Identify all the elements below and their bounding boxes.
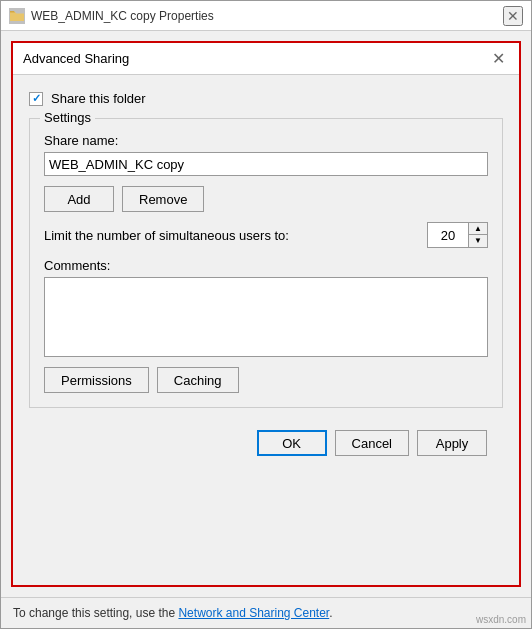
permissions-caching-row: Permissions Caching — [44, 367, 488, 393]
limit-label: Limit the number of simultaneous users t… — [44, 228, 419, 243]
network-sharing-center-link[interactable]: Network and Sharing Center — [178, 606, 329, 620]
dialog-footer: OK Cancel Apply — [29, 420, 503, 466]
dialog-title: Advanced Sharing — [23, 51, 129, 66]
outer-close-button[interactable]: ✕ — [503, 6, 523, 26]
add-remove-row: Add Remove — [44, 186, 488, 212]
share-name-label: Share name: — [44, 133, 488, 148]
outer-titlebar-left: WEB_ADMIN_KC copy Properties — [9, 8, 214, 24]
outer-window: WEB_ADMIN_KC copy Properties ✕ Advanced … — [0, 0, 532, 629]
share-checkbox-row: ✓ Share this folder — [29, 91, 503, 106]
share-checkbox[interactable]: ✓ — [29, 92, 43, 106]
share-folder-label: Share this folder — [51, 91, 146, 106]
advanced-sharing-dialog: Advanced Sharing ✕ ✓ Share this folder S… — [11, 41, 521, 587]
caching-button[interactable]: Caching — [157, 367, 239, 393]
ok-button[interactable]: OK — [257, 430, 327, 456]
comments-section: Comments: — [44, 258, 488, 357]
outer-content: Advanced Sharing ✕ ✓ Share this folder S… — [1, 31, 531, 597]
add-button[interactable]: Add — [44, 186, 114, 212]
settings-content: Share name: Add Remove Limit the number … — [44, 133, 488, 393]
spinner-up-button[interactable]: ▲ — [469, 223, 487, 235]
spinner-buttons: ▲ ▼ — [468, 223, 487, 247]
dialog-titlebar: Advanced Sharing ✕ — [13, 43, 519, 75]
folder-icon — [9, 8, 25, 24]
status-bar: To change this setting, use the Network … — [1, 597, 531, 628]
share-name-field: Share name: — [44, 133, 488, 176]
settings-group: Settings Share name: Add Remove — [29, 118, 503, 408]
outer-titlebar: WEB_ADMIN_KC copy Properties ✕ — [1, 1, 531, 31]
dialog-body: ✓ Share this folder Settings Share name: — [13, 75, 519, 585]
spinner-input[interactable] — [428, 223, 468, 247]
cancel-button[interactable]: Cancel — [335, 430, 409, 456]
comments-label: Comments: — [44, 258, 488, 273]
share-name-input[interactable] — [44, 152, 488, 176]
status-text-before: To change this setting, use the — [13, 606, 178, 620]
dialog-close-button[interactable]: ✕ — [487, 48, 509, 70]
limit-row: Limit the number of simultaneous users t… — [44, 222, 488, 248]
checkbox-check: ✓ — [32, 92, 41, 105]
user-limit-spinner: ▲ ▼ — [427, 222, 488, 248]
apply-button[interactable]: Apply — [417, 430, 487, 456]
settings-legend: Settings — [40, 110, 95, 125]
watermark: wsxdn.com — [476, 614, 526, 625]
spinner-down-button[interactable]: ▼ — [469, 235, 487, 247]
remove-button[interactable]: Remove — [122, 186, 204, 212]
permissions-button[interactable]: Permissions — [44, 367, 149, 393]
comments-textarea[interactable] — [44, 277, 488, 357]
status-text-after: . — [329, 606, 332, 620]
outer-window-title: WEB_ADMIN_KC copy Properties — [31, 9, 214, 23]
